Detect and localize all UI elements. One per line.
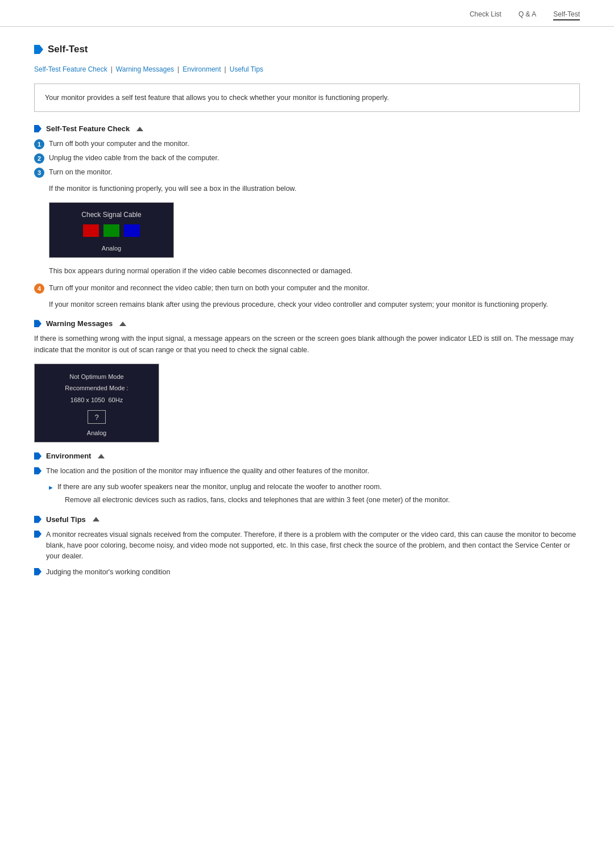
env-sub-1: ► If there are any sub woofer speakers n… <box>48 482 580 493</box>
nav-qa[interactable]: Q & A <box>518 10 536 20</box>
step4-note: If your monitor screen remains blank aft… <box>49 299 580 310</box>
tips-bullet-1: A monitor recreates visual signals recei… <box>34 529 580 562</box>
section-selftest-header: Self-Test Feature Check <box>34 124 580 133</box>
step3-note: If the monitor is functioning properly, … <box>49 183 580 194</box>
sep2: | <box>177 65 179 73</box>
section-warning-header: Warning Messages <box>34 319 580 328</box>
warning-description: If there is something wrong with the inp… <box>34 333 580 356</box>
step3-badge: 3 <box>34 168 44 178</box>
warning-illustration: Not Optimum Mode Recommended Mode : 1680… <box>34 364 159 443</box>
section-environment: Environment The location and the positio… <box>34 452 580 506</box>
section-usefultips-header: Useful Tips <box>34 515 580 524</box>
tips-bullet-icon-2 <box>34 568 42 575</box>
env-bullet-icon-1 <box>34 467 42 474</box>
step2-badge: 2 <box>34 153 44 164</box>
color-green <box>103 224 119 237</box>
section-warning-icon <box>34 320 42 327</box>
analog-label-1: Analog <box>102 245 121 252</box>
section-selftest-title: Self-Test Feature Check <box>46 124 130 133</box>
section-environment-header: Environment <box>34 452 580 460</box>
tips-bullet-text-1: A monitor recreates visual signals recei… <box>46 529 580 562</box>
tips-bullet-icon-1 <box>34 531 42 538</box>
tips-bullet-2: Judging the monitor's working condition <box>34 567 580 578</box>
selftest-step4: 4 Turn off your monitor and reconnect th… <box>34 283 580 294</box>
step-2: 2 Unplug the video cable from the back o… <box>34 153 580 164</box>
collapse-warning-icon[interactable] <box>119 322 126 326</box>
page-title-icon <box>34 45 43 54</box>
section-warning-title: Warning Messages <box>46 319 113 328</box>
sep3: | <box>225 65 226 73</box>
color-blue <box>124 224 140 237</box>
selftest-steps: 1 Turn off both your computer and the mo… <box>34 139 580 178</box>
breadcrumb-warning[interactable]: Warning Messages <box>116 65 174 73</box>
analog-label-2: Analog <box>87 429 106 436</box>
section-selftest-icon <box>34 125 42 132</box>
step1-badge: 1 <box>34 139 44 149</box>
top-navigation: Check List Q & A Self-Test <box>0 0 614 27</box>
step-1: 1 Turn off both your computer and the mo… <box>34 139 580 149</box>
env-bullet-text-1: The location and the position of the mon… <box>46 466 369 477</box>
breadcrumb-usefultips[interactable]: Useful Tips <box>230 65 263 73</box>
intro-text: Your monitor provides a self test featur… <box>45 94 389 102</box>
step1-text: Turn off both your computer and the moni… <box>49 139 189 149</box>
breadcrumb-nav: Self-Test Feature Check | Warning Messag… <box>34 65 580 73</box>
warning-line2: Recommended Mode : <box>65 383 128 393</box>
section-environment-icon <box>34 452 42 460</box>
page-title-block: Self-Test <box>34 44 580 55</box>
nav-selftest[interactable]: Self-Test <box>553 10 580 20</box>
color-blocks <box>83 224 140 237</box>
warning-line1: Not Optimum Mode <box>69 372 123 382</box>
breadcrumb-selftest[interactable]: Self-Test Feature Check <box>34 65 107 73</box>
section-usefultips-icon <box>34 516 42 523</box>
step-4: 4 Turn off your monitor and reconnect th… <box>34 283 580 294</box>
collapse-selftest-icon[interactable] <box>136 127 143 131</box>
intro-box: Your monitor provides a self test featur… <box>34 84 580 112</box>
section-selftest: Self-Test Feature Check 1 Turn off both … <box>34 124 580 310</box>
page-title: Self-Test <box>48 44 88 55</box>
tips-bullet-text-2: Judging the monitor's working condition <box>46 567 170 578</box>
section-environment-title: Environment <box>46 452 91 460</box>
box-note: This box appears during normal operation… <box>49 266 580 277</box>
section-warning: Warning Messages If there is something w… <box>34 319 580 443</box>
collapse-usefultips-icon[interactable] <box>93 517 99 521</box>
section-usefultips: Useful Tips A monitor recreates visual s… <box>34 515 580 578</box>
color-red <box>83 224 99 237</box>
breadcrumb-environment[interactable]: Environment <box>182 65 221 73</box>
step4-text: Turn off your monitor and reconnect the … <box>49 283 370 294</box>
env-sub-text-2: Remove all electronic devices such as ra… <box>65 495 580 506</box>
env-bullet-1: The location and the position of the mon… <box>34 466 580 477</box>
step4-badge: 4 <box>34 283 44 294</box>
signal-cable-illustration: Check Signal Cable Analog <box>49 202 174 258</box>
step-3: 3 Turn on the monitor. <box>34 167 580 178</box>
step3-text: Turn on the monitor. <box>49 167 112 178</box>
warning-qmark: ? <box>88 410 106 424</box>
warning-line3: 1680 x 1050 60Hz <box>70 395 123 405</box>
env-sub-text-1: If there are any sub woofer speakers nea… <box>57 482 381 493</box>
sep1: | <box>111 65 113 73</box>
illustration-title: Check Signal Cable <box>81 211 141 219</box>
collapse-environment-icon[interactable] <box>98 454 105 458</box>
main-content: Self-Test Self-Test Feature Check | Warn… <box>0 27 614 610</box>
sub-arrow-1: ► <box>48 483 54 493</box>
section-usefultips-title: Useful Tips <box>46 515 86 524</box>
nav-checklist[interactable]: Check List <box>470 10 501 20</box>
step2-text: Unplug the video cable from the back of … <box>49 153 219 164</box>
